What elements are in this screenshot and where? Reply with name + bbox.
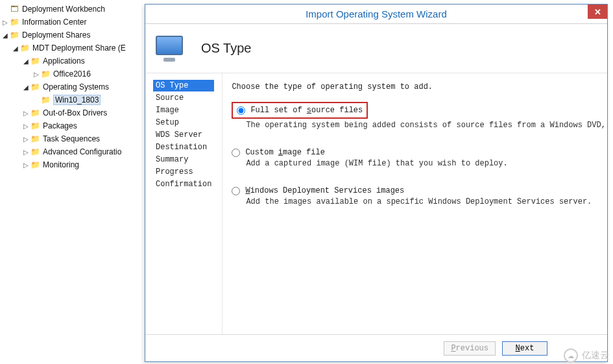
folder-icon: 📁 xyxy=(9,17,19,27)
tree-item-label: Task Sequences xyxy=(43,134,100,143)
os-type-description: Add a captured image (WIM file) that you… xyxy=(232,159,606,168)
collapse-icon[interactable]: ◢ xyxy=(12,45,19,52)
tree-item-label: Advanced Configuratio xyxy=(43,147,121,156)
wizard-body: OS TypeSourceImageSetupWDS ServerDestina… xyxy=(145,73,607,334)
tree-item-label: Information Center xyxy=(22,18,86,27)
expand-icon[interactable]: ▷ xyxy=(22,162,30,169)
collapse-icon[interactable]: ◢ xyxy=(22,84,30,91)
wizard-header: OS Type xyxy=(145,24,607,73)
wizard-step-source[interactable]: Source xyxy=(153,92,214,104)
wizard-step-image[interactable]: Image xyxy=(153,104,214,116)
workbench-icon: 🗔 xyxy=(9,4,19,14)
previous-button: Previous xyxy=(444,341,496,356)
wizard-step-summary[interactable]: Summary xyxy=(153,154,214,165)
wizard-titlebar: Import Operating System Wizard ✕ xyxy=(145,5,607,24)
expand-icon[interactable]: ▷ xyxy=(22,136,30,143)
wizard-step-progress[interactable]: Progress xyxy=(153,166,214,178)
content-prompt: Choose the type of operating system to a… xyxy=(232,82,606,91)
wizard-step-os-type[interactable]: OS Type xyxy=(153,80,214,91)
wizard-footer: Previous Next Cancel xyxy=(145,334,607,361)
close-button[interactable]: ✕ xyxy=(588,5,607,19)
expand-icon[interactable]: ▷ xyxy=(22,123,30,130)
tree-item-label: Operating Systems xyxy=(43,82,109,91)
folder-icon: 📁 xyxy=(30,108,40,118)
folder-icon: 📁 xyxy=(30,56,40,66)
folder-icon: 📁 xyxy=(19,43,30,53)
tree-item-label: Monitoring xyxy=(43,160,79,169)
os-type-option-1[interactable]: Custom image file xyxy=(232,148,606,157)
wizard-step-list: OS TypeSourceImageSetupWDS ServerDestina… xyxy=(145,73,222,334)
os-type-radio-1[interactable] xyxy=(232,149,240,157)
tree-item-label: Packages xyxy=(43,121,77,130)
expand-icon[interactable]: ▷ xyxy=(32,71,40,78)
os-type-label: Windows Deployment Services images xyxy=(245,186,404,195)
folder-icon: 📁 xyxy=(30,160,40,170)
folder-icon: 📁 xyxy=(9,30,19,40)
os-type-description: Add the images available on a specific W… xyxy=(232,197,606,206)
wizard-step-setup[interactable]: Setup xyxy=(153,117,214,128)
wizard-content: Choose the type of operating system to a… xyxy=(222,73,613,334)
folder-icon: 📁 xyxy=(30,121,40,131)
os-type-option-0[interactable]: Full set of source files xyxy=(232,102,368,119)
tree-item-label: Win10_1803 xyxy=(53,95,101,105)
folder-icon: 📁 xyxy=(40,95,51,105)
folder-icon: 📁 xyxy=(40,69,51,79)
tree-item-label: MDT Deployment Share (E xyxy=(32,43,126,53)
import-os-wizard: Import Operating System Wizard ✕ OS Type… xyxy=(145,4,608,362)
wizard-step-title: OS Type xyxy=(201,41,251,56)
os-type-radio-2[interactable] xyxy=(232,187,240,195)
collapse-icon[interactable]: ◢ xyxy=(22,58,30,65)
tree-item-label: Deployment Workbench xyxy=(22,5,105,14)
tree-item-label: Applications xyxy=(43,56,85,66)
os-type-description: The operating system being added consist… xyxy=(232,121,606,130)
wizard-title-text: Import Operating System Wizard xyxy=(306,8,447,19)
tree-item-label: Office2016 xyxy=(53,69,91,79)
tree-item-label: Deployment Shares xyxy=(22,30,90,40)
close-icon: ✕ xyxy=(594,7,601,17)
folder-icon: 📁 xyxy=(30,134,40,144)
computer-icon xyxy=(154,33,186,64)
collapse-icon[interactable]: ◢ xyxy=(1,32,9,39)
expand-icon[interactable]: ▷ xyxy=(22,149,30,156)
wizard-step-confirmation[interactable]: Confirmation xyxy=(153,178,214,190)
expand-icon[interactable]: ▷ xyxy=(1,19,9,26)
os-type-option-2[interactable]: Windows Deployment Services images xyxy=(232,186,606,195)
tree-item-label: Out-of-Box Drivers xyxy=(43,108,107,117)
wizard-step-destination[interactable]: Destination xyxy=(153,141,214,153)
expand-icon[interactable]: ▷ xyxy=(22,110,30,117)
next-button[interactable]: Next xyxy=(502,341,547,356)
folder-icon: 📁 xyxy=(30,147,40,157)
os-type-radio-0[interactable] xyxy=(237,106,245,115)
os-type-label: Custom image file xyxy=(245,148,324,157)
folder-icon: 📁 xyxy=(30,82,40,92)
wizard-step-wds-server[interactable]: WDS Server xyxy=(153,129,214,141)
os-type-label: Full set of source files xyxy=(250,106,363,115)
